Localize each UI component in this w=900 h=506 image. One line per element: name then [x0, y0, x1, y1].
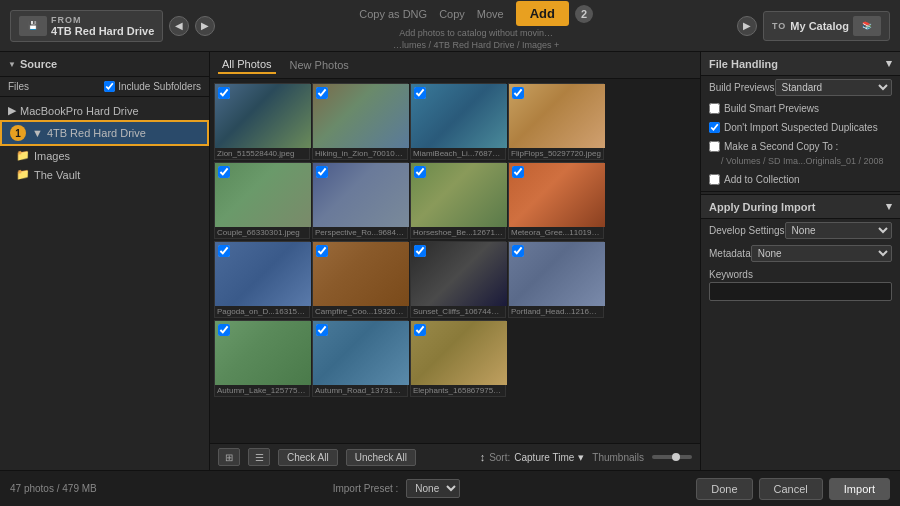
- copy-option[interactable]: Copy: [439, 8, 465, 20]
- macbook-expand-icon: ▶: [8, 104, 16, 117]
- dont-import-duplicates-label[interactable]: Don't Import Suspected Duplicates: [709, 122, 892, 133]
- metadata-label: Metadata: [709, 248, 751, 259]
- prev-drive-button[interactable]: ◀: [169, 16, 189, 36]
- photo-checkbox-p7[interactable]: [414, 166, 426, 178]
- second-copy-path: / Volumes / SD Ima...Originals_01 / 2008: [701, 156, 900, 170]
- photo-checkbox-p11[interactable]: [414, 245, 426, 257]
- tree-item-4tb[interactable]: 1 ▼ 4TB Red Hard Drive: [0, 120, 209, 146]
- photo-checkbox-p9[interactable]: [218, 245, 230, 257]
- photo-cell-p15[interactable]: Elephants_165867975.jpeg: [410, 320, 506, 397]
- photo-cell-p7[interactable]: Horseshoe_Be...126719028.jpeg: [410, 162, 506, 239]
- build-smart-previews-row: Build Smart Previews: [701, 99, 900, 118]
- next-drive-button[interactable]: ▶: [195, 16, 215, 36]
- metadata-select[interactable]: None: [751, 245, 892, 262]
- to-catalog-badge: TO My Catalog 📚: [763, 11, 890, 41]
- sort-label: Sort:: [489, 452, 510, 463]
- photo-checkbox-p14[interactable]: [316, 324, 328, 336]
- photo-cell-p14[interactable]: Autumn_Road_137312700.jpeg: [312, 320, 408, 397]
- photo-checkbox-p1[interactable]: [218, 87, 230, 99]
- build-previews-select[interactable]: Standard Minimal 1:1: [775, 79, 892, 96]
- source-triangle: ▼: [8, 60, 16, 69]
- include-subfolders-label[interactable]: Include Subfolders: [104, 81, 201, 92]
- right-arrow-button[interactable]: ▶: [737, 16, 757, 36]
- photo-cell-p5[interactable]: Couple_66330301.jpeg: [214, 162, 310, 239]
- add-button[interactable]: Add: [516, 1, 569, 26]
- photo-label-p2: Hiking_in_Zion_70010694.jpeg: [313, 148, 407, 159]
- catalog-icon: 📚: [853, 16, 881, 36]
- photo-checkbox-p8[interactable]: [512, 166, 524, 178]
- 4tb-label: 4TB Red Hard Drive: [47, 127, 146, 139]
- dont-import-duplicates-checkbox[interactable]: [709, 122, 720, 133]
- images-folder-icon: 📁: [16, 149, 30, 162]
- keywords-input[interactable]: [709, 282, 892, 301]
- copy-as-dng-option[interactable]: Copy as DNG: [359, 8, 427, 20]
- files-label: Files: [8, 81, 29, 92]
- photo-cell-p11[interactable]: Sunset_Cliffs_106744523.jpeg: [410, 241, 506, 318]
- cancel-button[interactable]: Cancel: [759, 478, 823, 500]
- import-preset-label: Import Preset :: [333, 483, 399, 494]
- add-to-collection-row: Add to Collection: [701, 170, 900, 189]
- photo-label-p15: Elephants_165867975.jpeg: [411, 385, 505, 396]
- add-to-collection-label[interactable]: Add to Collection: [709, 174, 892, 185]
- photo-cell-p8[interactable]: Meteora_Gree...110194876.jpeg: [508, 162, 604, 239]
- add-subtitle: Add photos to catalog without movin…: [399, 28, 553, 38]
- tab-new-photos[interactable]: New Photos: [286, 57, 353, 73]
- uncheck-all-button[interactable]: Uncheck All: [346, 449, 416, 466]
- photo-cell-p9[interactable]: Pagoda_on_D...163151858.jpeg: [214, 241, 310, 318]
- photo-checkbox-p3[interactable]: [414, 87, 426, 99]
- import-button[interactable]: Import: [829, 478, 890, 500]
- photo-checkbox-p15[interactable]: [414, 324, 426, 336]
- include-subfolders-checkbox[interactable]: [104, 81, 115, 92]
- keywords-label: Keywords: [709, 269, 892, 280]
- photo-cell-p4[interactable]: FlipFlops_50297720.jpeg: [508, 83, 604, 160]
- develop-settings-row: Develop Settings None: [701, 219, 900, 242]
- from-drive-badge: 💾 FROM 4TB Red Hard Drive: [10, 10, 163, 42]
- photo-cell-p10[interactable]: Campfire_Coo...19320839.jpeg: [312, 241, 408, 318]
- grid-bottom: ⊞ ☰ Check All Uncheck All ↕ Sort: Captur…: [210, 443, 700, 470]
- keywords-area: Keywords: [701, 265, 900, 305]
- grid-view-button[interactable]: ⊞: [218, 448, 240, 466]
- photo-checkbox-p5[interactable]: [218, 166, 230, 178]
- main-area: ▼ Source Files Include Subfolders ▶ MacB…: [0, 52, 900, 470]
- photo-cell-p6[interactable]: Perspective_Ro...96843500.jpeg: [312, 162, 408, 239]
- make-second-copy-checkbox[interactable]: [709, 141, 720, 152]
- build-smart-previews-checkbox[interactable]: [709, 103, 720, 114]
- done-button[interactable]: Done: [696, 478, 752, 500]
- sidebar-files-row: Files Include Subfolders: [0, 77, 209, 97]
- photo-cell-p1[interactable]: Zion_515528440.jpeg: [214, 83, 310, 160]
- photo-checkbox-p10[interactable]: [316, 245, 328, 257]
- photo-cell-p13[interactable]: Autumn_Lake_125775022.jpeg: [214, 320, 310, 397]
- photo-cell-p3[interactable]: MiamiBeach_Li...76872365.jpeg: [410, 83, 506, 160]
- develop-settings-select[interactable]: None: [785, 222, 892, 239]
- photo-checkbox-p12[interactable]: [512, 245, 524, 257]
- make-second-copy-label[interactable]: Make a Second Copy To :: [709, 141, 892, 152]
- file-handling-header: File Handling ▾: [701, 52, 900, 76]
- bottom-center: Import Preset : None: [333, 479, 461, 498]
- tree-item-macbook[interactable]: ▶ MacBookPro Hard Drive: [0, 101, 209, 120]
- thumbnail-size-slider[interactable]: [652, 455, 692, 459]
- photo-checkbox-p2[interactable]: [316, 87, 328, 99]
- photo-checkbox-p6[interactable]: [316, 166, 328, 178]
- images-label: Images: [34, 150, 70, 162]
- import-preset-select[interactable]: None: [406, 479, 460, 498]
- add-to-collection-checkbox[interactable]: [709, 174, 720, 185]
- tab-all-photos[interactable]: All Photos: [218, 56, 276, 74]
- build-smart-previews-label[interactable]: Build Smart Previews: [709, 103, 892, 114]
- label-to: TO: [772, 21, 786, 31]
- vault-label: The Vault: [34, 169, 80, 181]
- photo-cell-p12[interactable]: Portland_Head...12160304.jpeg: [508, 241, 604, 318]
- tree-item-vault[interactable]: 📁 The Vault: [0, 165, 209, 184]
- photo-checkbox-p4[interactable]: [512, 87, 524, 99]
- photo-label-p3: MiamiBeach_Li...76872365.jpeg: [411, 148, 505, 159]
- sort-value[interactable]: Capture Time: [514, 452, 574, 463]
- check-all-button[interactable]: Check All: [278, 449, 338, 466]
- move-option[interactable]: Move: [477, 8, 504, 20]
- top-bar-right: ▶ TO My Catalog 📚: [737, 11, 890, 41]
- top-bar-left: 💾 FROM 4TB Red Hard Drive ◀ ▶: [10, 10, 215, 42]
- vault-folder-icon: 📁: [16, 168, 30, 181]
- list-view-button[interactable]: ☰: [248, 448, 270, 466]
- tree-item-images[interactable]: 📁 Images: [0, 146, 209, 165]
- label-from: FROM: [51, 15, 154, 25]
- photo-cell-p2[interactable]: Hiking_in_Zion_70010694.jpeg: [312, 83, 408, 160]
- photo-checkbox-p13[interactable]: [218, 324, 230, 336]
